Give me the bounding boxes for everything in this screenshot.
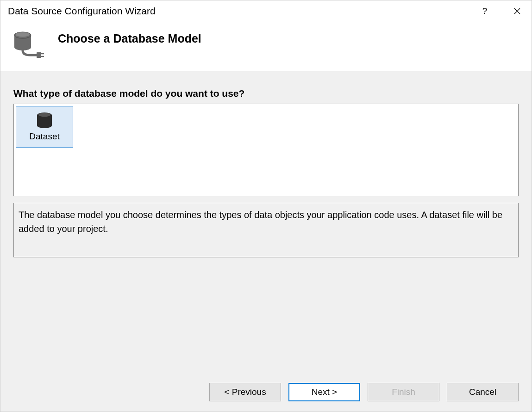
dataset-icon (36, 112, 53, 129)
button-bar: < Previous Next > Finish Cancel (0, 375, 532, 412)
header-panel: Choose a Database Model (0, 20, 532, 71)
database-connector-icon (12, 31, 45, 60)
model-item-dataset[interactable]: Dataset (16, 106, 73, 148)
help-button[interactable]: ? (478, 4, 492, 18)
cancel-button[interactable]: Cancel (447, 383, 519, 401)
finish-button: Finish (368, 383, 439, 401)
svg-rect-7 (37, 52, 41, 58)
svg-point-12 (37, 123, 52, 128)
description-text: The database model you choose determines… (13, 203, 519, 257)
svg-point-6 (16, 32, 30, 37)
next-button[interactable]: Next > (288, 383, 360, 401)
previous-button[interactable]: < Previous (209, 383, 281, 401)
question-label: What type of database model do you want … (13, 88, 519, 99)
page-title: Choose a Database Model (58, 32, 201, 45)
close-button[interactable] (510, 4, 524, 18)
window-title: Data Source Configuration Wizard (8, 6, 156, 17)
titlebar: Data Source Configuration Wizard ? (0, 0, 532, 20)
svg-point-13 (38, 113, 50, 117)
model-type-list[interactable]: Dataset (13, 104, 519, 196)
model-item-label: Dataset (29, 131, 59, 142)
close-icon (513, 7, 521, 15)
titlebar-controls: ? (478, 4, 524, 18)
content-area: What type of database model do you want … (0, 71, 532, 375)
